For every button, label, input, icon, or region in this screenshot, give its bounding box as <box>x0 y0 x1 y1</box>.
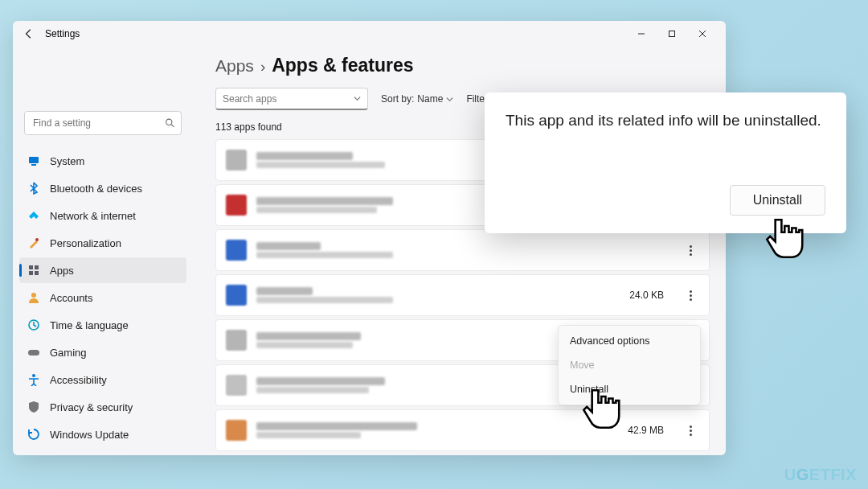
chevron-down-icon <box>446 96 453 103</box>
app-row[interactable] <box>215 229 710 271</box>
sidebar-item-label: Accessibility <box>50 374 107 386</box>
app-row[interactable]: 24.0 KB <box>215 274 710 316</box>
sidebar-item-label: Bluetooth & devices <box>50 183 142 195</box>
app-size: 42.9 MB <box>628 425 664 436</box>
minimize-button[interactable] <box>626 23 657 44</box>
app-name-redacted <box>256 287 313 295</box>
minimize-icon <box>637 30 645 38</box>
app-name-redacted <box>256 422 417 430</box>
svg-rect-11 <box>29 271 33 275</box>
breadcrumb-separator: › <box>260 58 265 76</box>
app-more-button[interactable] <box>682 241 699 259</box>
sidebar-item-label: Network & internet <box>50 210 136 222</box>
sidebar: SystemBluetooth & devicesNetwork & inter… <box>13 47 191 455</box>
sidebar-item-accessibility[interactable]: Accessibility <box>19 367 186 392</box>
dialog-uninstall-button[interactable]: Uninstall <box>730 185 825 216</box>
sidebar-item-label: Privacy & security <box>50 401 133 413</box>
app-publisher-redacted <box>256 252 393 258</box>
sidebar-item-network-internet[interactable]: Network & internet <box>19 203 186 228</box>
sidebar-item-label: Gaming <box>50 347 87 359</box>
sidebar-item-apps[interactable]: Apps <box>19 257 186 283</box>
app-publisher-redacted <box>256 162 385 168</box>
svg-rect-7 <box>31 164 36 166</box>
maximize-icon <box>668 30 676 38</box>
sidebar-item-label: System <box>50 155 84 167</box>
sidebar-item-label: Personalization <box>50 237 121 249</box>
svg-point-4 <box>166 119 172 125</box>
dialog-actions: Uninstall <box>506 185 825 216</box>
ctx-advanced-options[interactable]: Advanced options <box>562 329 697 353</box>
breadcrumb: Apps › Apps & features <box>215 55 710 76</box>
svg-rect-12 <box>35 271 39 275</box>
svg-point-16 <box>32 374 35 377</box>
app-name-redacted <box>256 377 385 385</box>
breadcrumb-parent[interactable]: Apps <box>215 56 254 76</box>
titlebar: Settings <box>13 21 726 47</box>
app-meta <box>256 197 393 213</box>
search-icon <box>165 118 175 129</box>
app-icon <box>226 150 247 171</box>
app-icon <box>226 240 247 261</box>
sidebar-item-label: Accounts <box>50 292 92 304</box>
app-publisher-redacted <box>256 387 369 393</box>
sidebar-item-gaming[interactable]: Gaming <box>19 339 186 365</box>
back-button[interactable] <box>21 26 37 42</box>
sidebar-item-bluetooth-devices[interactable]: Bluetooth & devices <box>19 175 186 201</box>
app-name-redacted <box>256 332 361 340</box>
window-title: Settings <box>45 28 80 39</box>
update-icon <box>27 428 40 441</box>
watermark: UGETFIX <box>784 466 857 484</box>
access-icon <box>27 373 40 386</box>
sidebar-item-label: Time & language <box>50 319 129 331</box>
dialog-message: This app and its related info will be un… <box>506 110 825 132</box>
shield-icon <box>27 401 40 413</box>
bluetooth-icon <box>27 182 40 195</box>
svg-rect-6 <box>29 157 39 163</box>
cursor-hand-icon <box>579 386 622 436</box>
app-more-button[interactable] <box>682 421 699 439</box>
sort-dropdown[interactable]: Sort by: Name <box>381 93 453 105</box>
sidebar-nav: SystemBluetooth & devicesNetwork & inter… <box>19 148 186 447</box>
app-search-placeholder: Search apps <box>223 93 276 105</box>
app-more-button[interactable] <box>682 286 699 304</box>
svg-rect-9 <box>29 265 33 269</box>
svg-rect-15 <box>28 350 39 355</box>
sidebar-item-system[interactable]: System <box>19 148 186 174</box>
brush-icon <box>27 236 40 249</box>
sidebar-item-personalization[interactable]: Personalization <box>19 230 186 256</box>
sidebar-item-label: Windows Update <box>50 429 129 441</box>
app-icon <box>226 195 247 216</box>
app-meta <box>256 422 417 438</box>
app-publisher-redacted <box>256 207 377 213</box>
settings-search-input[interactable] <box>24 111 182 135</box>
sidebar-item-accounts[interactable]: Accounts <box>19 285 186 310</box>
app-search-input[interactable]: Search apps <box>215 88 368 110</box>
app-icon <box>226 420 247 441</box>
wifi-icon <box>27 209 40 222</box>
app-meta <box>256 152 385 168</box>
app-name-redacted <box>256 242 321 250</box>
app-row[interactable]: 42.9 MB <box>215 409 710 451</box>
maximize-button[interactable] <box>657 23 687 44</box>
app-meta <box>256 242 393 258</box>
system-icon <box>27 154 40 167</box>
person-icon <box>27 291 40 304</box>
app-publisher-redacted <box>256 432 361 438</box>
ctx-move: Move <box>562 353 697 377</box>
chevron-down-icon <box>354 95 361 102</box>
sidebar-item-windows-update[interactable]: Windows Update <box>19 421 186 447</box>
app-meta <box>256 332 361 348</box>
close-button[interactable] <box>687 23 718 44</box>
svg-point-13 <box>31 293 36 298</box>
settings-search-wrap <box>24 111 182 135</box>
window-controls <box>626 23 718 44</box>
app-publisher-redacted <box>256 297 393 303</box>
app-icon <box>226 285 247 306</box>
close-icon <box>698 30 706 38</box>
apps-icon <box>27 264 40 277</box>
sidebar-item-privacy-security[interactable]: Privacy & security <box>19 394 186 420</box>
svg-rect-1 <box>669 31 675 37</box>
app-size: 24.0 KB <box>629 290 664 301</box>
sidebar-item-label: Apps <box>50 265 74 277</box>
sidebar-item-time-language[interactable]: Time & language <box>19 312 186 338</box>
